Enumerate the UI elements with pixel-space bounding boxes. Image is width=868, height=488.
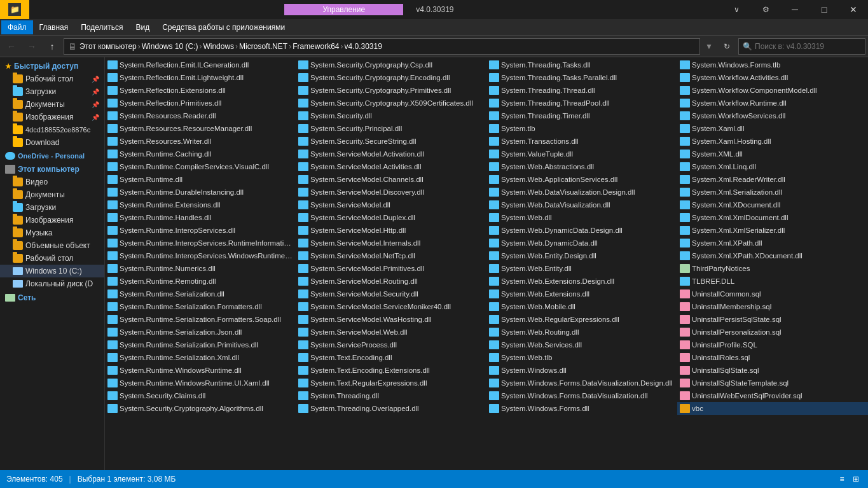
list-item[interactable]: System.Xml.Linq.dll xyxy=(677,160,868,173)
sidebar-item-dl2[interactable]: Загрузки xyxy=(0,201,104,214)
list-item[interactable]: System.Web.Mobile.dll xyxy=(486,300,677,313)
list-item[interactable]: System.Web.RegularExpressions.dll xyxy=(486,313,677,326)
list-item[interactable]: System.tlb xyxy=(486,122,677,135)
list-item[interactable]: System.Runtime.Handles.dll xyxy=(105,211,296,224)
list-item[interactable]: System.Reflection.Emit.Lightweight.dll xyxy=(105,71,296,84)
list-item[interactable]: System.Runtime.WindowsRuntime.UI.Xaml.dl… xyxy=(105,377,296,389)
network-header[interactable]: Сеть xyxy=(0,291,104,304)
list-item[interactable]: System.Runtime.Serialization.Formatters.… xyxy=(105,300,296,313)
path-computer[interactable]: Этот компьютер xyxy=(79,42,137,51)
list-item[interactable]: System.Security.Cryptography.Algorithms.… xyxy=(105,402,296,415)
list-item[interactable]: ThirdPartyNotices xyxy=(677,262,868,275)
list-item[interactable]: System.Web.tlb xyxy=(486,351,677,364)
list-item[interactable]: System.Runtime.Serialization.Formatters.… xyxy=(105,313,296,326)
sidebar-item-download[interactable]: Download xyxy=(0,136,104,149)
list-item[interactable]: System.Xaml.dll xyxy=(677,122,868,135)
list-item[interactable]: System.Text.Encoding.dll xyxy=(296,351,486,364)
list-item[interactable]: System.Runtime.InteropServices.RuntimeIn… xyxy=(105,237,296,249)
details-view-button[interactable]: ≡ xyxy=(836,473,848,485)
list-item[interactable]: System.ServiceModel.Primitives.dll xyxy=(296,262,486,275)
list-item[interactable]: System.Text.RegularExpressions.dll xyxy=(296,377,486,389)
list-item[interactable]: System.Security.SecureString.dll xyxy=(296,135,486,148)
refresh-button[interactable]: ↻ xyxy=(718,38,736,55)
maximize-button[interactable]: □ xyxy=(809,0,839,19)
up-button[interactable]: ↑ xyxy=(43,38,61,55)
sidebar-item-img2[interactable]: Изображения xyxy=(0,214,104,227)
sidebar-item-music[interactable]: Музыка xyxy=(0,227,104,239)
list-item[interactable]: System.Web.Extensions.Design.dll xyxy=(486,275,677,288)
list-item[interactable]: System.ServiceProcess.dll xyxy=(296,338,486,351)
sidebar-item-4dcd[interactable]: 4dcd188552ce8876c xyxy=(0,123,104,136)
list-item[interactable]: System.Runtime.InteropServices.WindowsRu… xyxy=(105,249,296,262)
list-item[interactable]: System.Web.ApplicationServices.dll xyxy=(486,173,677,186)
list-item[interactable]: System.Xml.XDocument.dll xyxy=(677,199,868,211)
list-item[interactable]: System.Reflection.Primitives.dll xyxy=(105,97,296,109)
path-dotnet[interactable]: Microsoft.NET xyxy=(239,42,287,51)
list-item[interactable]: UninstallPersistSqlState.sql xyxy=(677,313,868,326)
sidebar-item-downloads[interactable]: Загрузки 📌 xyxy=(0,85,104,98)
sidebar-item-local-d[interactable]: Локальный диск (D xyxy=(0,277,104,290)
list-item[interactable]: System.Reflection.Emit.ILGeneration.dll xyxy=(105,59,296,71)
list-item[interactable]: System.Runtime.Remoting.dll xyxy=(105,275,296,288)
onedrive-header[interactable]: OneDrive - Personal xyxy=(0,150,104,162)
list-item[interactable]: System.Web.Entity.Design.dll xyxy=(486,249,677,262)
list-item[interactable]: System.Threading.Thread.dll xyxy=(486,84,677,97)
list-item[interactable]: System.Xml.XPath.XDocument.dll xyxy=(677,249,868,262)
list-item[interactable]: UninstallCommon.sql xyxy=(677,288,868,300)
list-item[interactable]: System.Threading.Timer.dll xyxy=(486,109,677,122)
menu-item-file[interactable]: Файл xyxy=(1,20,33,34)
list-item[interactable]: System.ServiceModel.Web.dll xyxy=(296,326,486,338)
list-item[interactable]: UninstallProfile.SQL xyxy=(677,338,868,351)
list-item[interactable]: System.Threading.Tasks.Parallel.dll xyxy=(486,71,677,84)
sidebar-item-rdesktp[interactable]: Рабочий стол xyxy=(0,252,104,265)
list-item[interactable]: System.Web.Abstractions.dll xyxy=(486,160,677,173)
menu-item-share[interactable]: Поделиться xyxy=(74,20,129,34)
path-drive[interactable]: Windows 10 (C:) xyxy=(142,42,198,51)
list-item[interactable]: System.Transactions.dll xyxy=(486,135,677,148)
path-windows[interactable]: Windows xyxy=(203,42,234,51)
list-item[interactable]: System.ServiceModel.ServiceMoniker40.dll xyxy=(296,300,486,313)
list-item[interactable]: System.ServiceModel.Routing.dll xyxy=(296,275,486,288)
list-item[interactable]: System.Runtime.Caching.dll xyxy=(105,148,296,160)
list-item[interactable]: System.Windows.Forms.tlb xyxy=(677,59,868,71)
sidebar-item-video[interactable]: Видео xyxy=(0,176,104,188)
list-item[interactable]: System.Threading.dll xyxy=(296,389,486,402)
list-item[interactable]: System.WorkflowServices.dll xyxy=(677,109,868,122)
list-item[interactable]: System.Web.DataVisualization.Design.dll xyxy=(486,186,677,199)
list-item[interactable]: System.Threading.Tasks.dll xyxy=(486,59,677,71)
list-item[interactable]: System.Security.Cryptography.Encoding.dl… xyxy=(296,71,486,84)
menu-item-home[interactable]: Главная xyxy=(33,20,75,34)
list-item[interactable]: System.Windows.Forms.DataVisualization.D… xyxy=(486,377,677,389)
list-item[interactable]: System.ServiceModel.Security.dll xyxy=(296,288,486,300)
list-item[interactable]: System.Runtime.Serialization.dll xyxy=(105,288,296,300)
list-item[interactable]: System.Security.Cryptography.Csp.dll xyxy=(296,59,486,71)
list-item[interactable]: System.ServiceModel.Internals.dll xyxy=(296,237,486,249)
list-item[interactable]: System.Reflection.Extensions.dll xyxy=(105,84,296,97)
list-item[interactable]: System.Threading.ThreadPool.dll xyxy=(486,97,677,109)
list-item[interactable]: System.Web.dll xyxy=(486,211,677,224)
list-item[interactable]: System.Runtime.WindowsRuntime.dll xyxy=(105,364,296,377)
list-item[interactable]: System.Runtime.Serialization.Json.dll xyxy=(105,326,296,338)
list-item[interactable]: UninstallPersonalization.sql xyxy=(677,326,868,338)
list-item[interactable]: System.Runtime.InteropServices.dll xyxy=(105,224,296,237)
list-item[interactable]: System.ValueTuple.dll xyxy=(486,148,677,160)
list-item[interactable]: System.ServiceModel.dll xyxy=(296,199,486,211)
list-item[interactable]: System.Xaml.Hosting.dll xyxy=(677,135,868,148)
sidebar-item-3d[interactable]: Объемные объект xyxy=(0,239,104,252)
list-item[interactable]: System.Windows.Forms.DataVisualization.d… xyxy=(486,389,677,402)
list-item[interactable]: System.Web.DynamicData.Design.dll xyxy=(486,224,677,237)
list-item[interactable]: vbc xyxy=(677,402,868,415)
path-framework[interactable]: Framework64 xyxy=(293,42,339,51)
list-item[interactable]: System.Xml.XPath.dll xyxy=(677,237,868,249)
list-item[interactable]: System.ServiceModel.NetTcp.dll xyxy=(296,249,486,262)
list-item[interactable]: System.Runtime.dll xyxy=(105,173,296,186)
list-item[interactable]: System.Web.Routing.dll xyxy=(486,326,677,338)
sidebar-item-docs2[interactable]: Документы xyxy=(0,188,104,201)
settings-icon[interactable]: ⚙ xyxy=(751,0,780,19)
address-path[interactable]: 🖥 Этот компьютер › Windows 10 (C:) › Win… xyxy=(64,38,700,55)
close-button[interactable]: ✕ xyxy=(839,0,868,19)
list-item[interactable]: System.Security.Cryptography.X509Certifi… xyxy=(296,97,486,109)
list-item[interactable]: System.Runtime.Numerics.dll xyxy=(105,262,296,275)
list-item[interactable]: System.Workflow.ComponentModel.dll xyxy=(677,84,868,97)
list-item[interactable]: UninstallSqlState.sql xyxy=(677,364,868,377)
